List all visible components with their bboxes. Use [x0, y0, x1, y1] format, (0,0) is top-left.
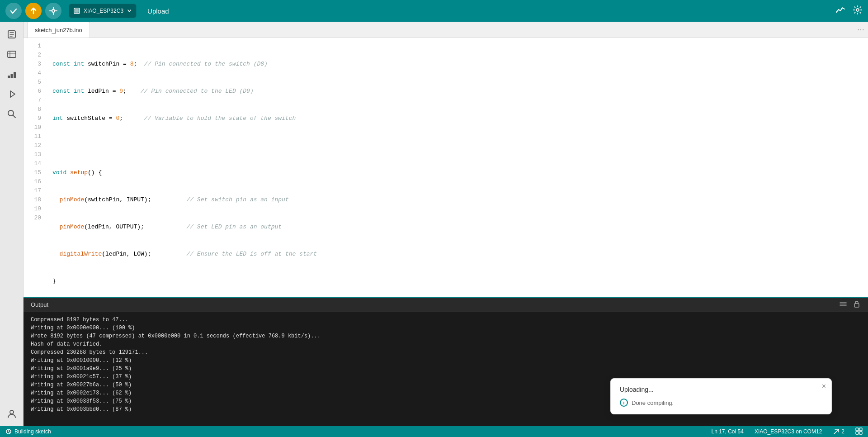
output-lock-icon[interactable]	[853, 300, 861, 310]
sidebar-item-debug[interactable]	[3, 85, 21, 103]
settings-icon[interactable]	[853, 5, 863, 17]
line-num-18: 18	[29, 195, 41, 204]
debugger-button[interactable]	[45, 3, 61, 19]
output-line-7: Writing at 0x0001a9e9... (25 %)	[31, 365, 861, 373]
editor-area: sketch_jun27b.ino ⋯ 1 2 3 4 5 6 7 8 9 10…	[24, 22, 868, 437]
svg-rect-3	[75, 9, 79, 13]
board-port-label: XIAO_ESP32C3 on COM12	[755, 428, 822, 435]
status-bar-right: Ln 17, Col 54 XIAO_ESP32C3 on COM12 2	[712, 428, 863, 436]
line-num-5: 5	[29, 78, 41, 87]
building-icon	[5, 428, 12, 435]
output-line-5: Compressed 230288 bytes to 129171...	[31, 348, 861, 356]
line-num-14: 14	[29, 159, 41, 168]
line-num-15: 15	[29, 168, 41, 177]
code-line-4	[52, 141, 861, 150]
status-grid-icon[interactable]	[855, 428, 863, 436]
svg-rect-10	[10, 74, 13, 78]
upload-text-button[interactable]: Upload	[144, 5, 173, 17]
upload-toast-done: i Done compiling.	[620, 399, 822, 407]
status-building-label: Building sketch	[14, 428, 51, 435]
file-tab[interactable]: sketch_jun27b.ino	[27, 22, 90, 38]
code-line-7: pinMode(ledPin, OUTPUT); // Set LED pin …	[52, 223, 861, 232]
sidebar-item-board-manager[interactable]	[3, 45, 21, 63]
code-line-5: void setup() {	[52, 168, 861, 177]
output-line-1: Compressed 8192 bytes to 47...	[31, 316, 861, 324]
code-editor[interactable]: 1 2 3 4 5 6 7 8 9 10 11 12 13 14 15 16 1…	[24, 38, 868, 297]
svg-point-4	[856, 9, 859, 11]
code-line-1: const int switchPin = 8; // Pin connecte…	[52, 60, 861, 69]
line-num-12: 12	[29, 141, 41, 150]
output-line-4: Hash of data verified.	[31, 340, 861, 348]
output-line-2: Writing at 0x0000e000... (100 %)	[31, 324, 861, 332]
line-num-4: 4	[29, 69, 41, 78]
svg-rect-24	[859, 432, 862, 434]
svg-rect-11	[14, 72, 16, 78]
tab-more-button[interactable]: ⋯	[857, 25, 864, 34]
svg-rect-19	[854, 304, 859, 307]
line-num-6: 6	[29, 87, 41, 96]
sidebar-item-sketchbook[interactable]	[3, 25, 21, 43]
line-num-1: 1	[29, 42, 41, 51]
code-line-2: const int ledPin = 9; // Pin connected t…	[52, 87, 861, 96]
sidebar-item-library-manager[interactable]	[3, 65, 21, 83]
line-num-9: 9	[29, 114, 41, 123]
output-content: Compressed 8192 bytes to 47... Writing a…	[24, 312, 868, 437]
code-line-9: }	[52, 277, 861, 286]
svg-rect-21	[856, 428, 859, 431]
status-left: Building sketch	[5, 428, 51, 435]
upload-toast-title: Uploading...	[620, 386, 822, 393]
info-icon: i	[620, 399, 628, 407]
output-panel: Output Compressed 8192 by	[24, 297, 868, 437]
line-num-17: 17	[29, 186, 41, 195]
line-num-11: 11	[29, 132, 41, 141]
output-title: Output	[31, 301, 48, 308]
sidebar-item-user[interactable]	[3, 404, 21, 423]
svg-marker-12	[10, 91, 15, 97]
code-line-8: digitalWrite(ledPin, LOW); // Ensure the…	[52, 250, 861, 259]
line-num-13: 13	[29, 150, 41, 159]
output-line-6: Writing at 0x00010000... (12 %)	[31, 356, 861, 365]
svg-line-14	[13, 115, 15, 118]
code-line-6: pinMode(switchPin, INPUT); // Set switch…	[52, 195, 861, 204]
line-num-16: 16	[29, 177, 41, 186]
toolbar: XIAO_ESP32C3 Upload	[0, 0, 868, 22]
upload-button[interactable]	[25, 3, 42, 19]
sidebar	[0, 22, 24, 426]
serial-plotter-icon[interactable]	[835, 5, 845, 17]
toast-close-button[interactable]: ×	[822, 382, 826, 390]
output-line-3: Wrote 8192 bytes (47 compressed) at 0x00…	[31, 332, 861, 340]
svg-rect-9	[8, 76, 10, 78]
line-num-10: 10	[29, 123, 41, 132]
line-num-8: 8	[29, 105, 41, 114]
verify-button[interactable]	[5, 3, 22, 19]
output-menu-icon[interactable]	[839, 300, 847, 310]
svg-point-15	[10, 410, 14, 414]
connection-icon[interactable]: 2	[833, 428, 844, 435]
board-name-label: XIAO_ESP32C3	[84, 8, 123, 14]
line-numbers: 1 2 3 4 5 6 7 8 9 10 11 12 13 14 15 16 1…	[24, 38, 45, 297]
output-header: Output	[24, 298, 868, 312]
status-bar: Building sketch Ln 17, Col 54 XIAO_ESP32…	[0, 426, 868, 437]
line-num-3: 3	[29, 60, 41, 69]
line-num-19: 19	[29, 204, 41, 214]
tab-bar: sketch_jun27b.ino ⋯	[24, 22, 868, 38]
line-num-20: 20	[29, 214, 41, 223]
code-content[interactable]: const int switchPin = 8; // Pin connecte…	[45, 38, 868, 297]
code-line-3: int switchState = 0; // Variable to hold…	[52, 114, 861, 123]
svg-rect-6	[8, 51, 16, 57]
done-compiling-label: Done compiling.	[632, 399, 674, 406]
board-selector[interactable]: XIAO_ESP32C3	[69, 4, 137, 18]
line-num-2: 2	[29, 51, 41, 60]
svg-rect-23	[856, 432, 859, 434]
toolbar-right	[835, 5, 863, 17]
svg-rect-22	[859, 428, 862, 431]
line-num-7: 7	[29, 96, 41, 105]
upload-toast: Uploading... i Done compiling. ×	[610, 378, 832, 414]
output-header-icons	[839, 300, 861, 310]
sidebar-item-search[interactable]	[3, 105, 21, 123]
tab-filename: sketch_jun27b.ino	[35, 27, 82, 33]
svg-point-1	[52, 10, 55, 12]
cursor-position: Ln 17, Col 54	[712, 428, 744, 435]
